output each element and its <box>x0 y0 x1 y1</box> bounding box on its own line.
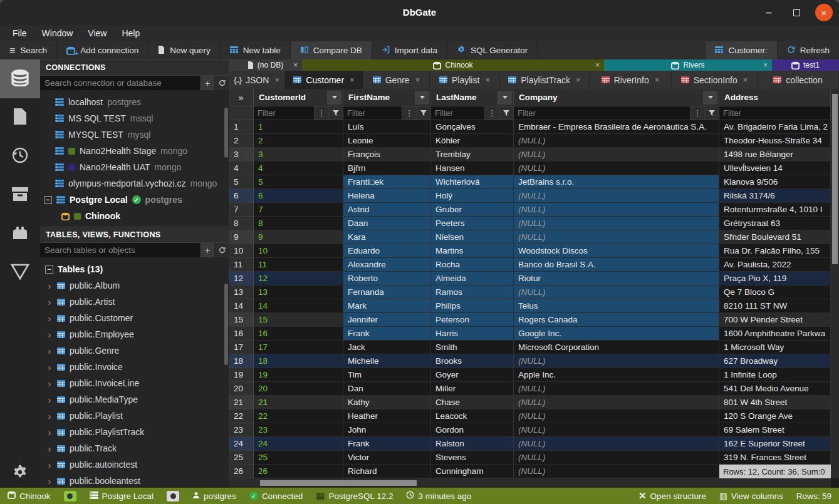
close-icon[interactable]: × <box>485 75 490 85</box>
grid-cell[interactable]: 12 <box>254 272 343 285</box>
filter-input[interactable] <box>254 106 314 120</box>
grid-cell[interactable]: Almeida <box>431 272 514 285</box>
row-number-cell[interactable]: 2 <box>229 134 254 148</box>
grid-cell[interactable]: Holý <box>431 189 514 203</box>
filter-menu-button[interactable]: ⋮ <box>690 106 704 120</box>
add-table-plus-button[interactable]: + <box>200 243 214 257</box>
collapse-icon[interactable]: − <box>44 196 52 204</box>
close-icon[interactable]: × <box>350 75 355 85</box>
row-number-cell[interactable]: 19 <box>229 368 254 382</box>
connections-search-input[interactable] <box>40 76 200 90</box>
row-number-cell[interactable]: 6 <box>229 189 254 203</box>
grid-cell[interactable]: Miller <box>431 382 514 396</box>
filter-menu-button[interactable]: ⋮ <box>484 106 499 120</box>
grid-cell[interactable]: 7 <box>254 203 343 217</box>
row-number-cell[interactable]: 4 <box>229 162 254 175</box>
filter-menu-button[interactable]: ⋮ <box>402 106 416 120</box>
column-menu-button[interactable] <box>703 91 717 105</box>
open-structure-button[interactable]: ✕ Open structure <box>638 490 706 501</box>
grid-cell[interactable]: 541 Del Medio Avenue <box>719 382 831 396</box>
grid-cell[interactable]: Jennifer <box>343 313 431 327</box>
grid-cell[interactable]: 120 S Orange Ave <box>719 409 831 423</box>
grid-cell[interactable]: (NULL) <box>514 465 719 478</box>
database-tab[interactable]: (no DB)× <box>229 59 302 71</box>
grid-cell[interactable]: 21 <box>254 396 343 409</box>
grid-cell[interactable]: Apple Inc. <box>514 368 719 382</box>
sidebar-scrollbar[interactable] <box>224 108 228 158</box>
row-number-cell[interactable]: 16 <box>229 327 254 341</box>
tab-riverinfo[interactable]: RiverInfo× <box>590 71 672 89</box>
grid-cell[interactable]: Dan <box>343 382 431 396</box>
connection-item[interactable]: Chinook <box>40 208 229 224</box>
tab-playlist[interactable]: Playlist× <box>430 71 500 89</box>
grid-cell[interactable]: Rua Dr. Falcão Filho, 155 <box>719 244 831 258</box>
refresh-connections-button[interactable] <box>214 76 229 90</box>
grid-cell[interactable]: Leonie <box>343 134 431 148</box>
grid-cell[interactable]: Theodor-Heuss-Straße 34 <box>719 134 831 148</box>
grid-cell[interactable]: Embraer - Empresa Brasileira de Aeronáut… <box>514 120 719 134</box>
rail-plugins-button[interactable] <box>0 215 40 254</box>
grid-cell[interactable]: 1 Microsoft Way <box>719 341 831 354</box>
grid-cell[interactable]: Martins <box>431 244 514 258</box>
new-query-button[interactable]: New query <box>149 41 221 59</box>
grid-cell[interactable]: (NULL) <box>514 396 719 409</box>
rail-filter-button[interactable] <box>0 254 40 292</box>
grid-cell[interactable]: Hansen <box>431 162 514 175</box>
tab-collection[interactable]: collection <box>758 71 839 89</box>
menu-file[interactable]: File <box>5 25 34 41</box>
close-icon[interactable]: × <box>576 75 581 85</box>
grid-cell[interactable]: Stevens <box>431 451 514 465</box>
grid-cell[interactable]: Ramos <box>431 285 514 299</box>
rail-history-button[interactable] <box>0 137 40 176</box>
grid-cell[interactable]: Alexandre <box>343 258 431 272</box>
grid-cell[interactable]: Av. Paulista, 2022 <box>719 258 831 272</box>
table-item[interactable]: ›public.Album <box>40 277 229 294</box>
grid-cell[interactable]: 5 <box>254 175 343 189</box>
row-number-cell[interactable]: 9 <box>229 230 254 244</box>
tables-scrollbar[interactable] <box>224 284 228 365</box>
funnel-icon[interactable] <box>704 106 719 120</box>
table-item[interactable]: ›public.Invoice <box>40 359 229 375</box>
funnel-icon[interactable] <box>499 106 513 120</box>
grid-cell[interactable]: Riotur <box>514 272 719 285</box>
chevron-right-icon[interactable]: › <box>46 476 53 486</box>
table-item[interactable]: ›public.InvoiceLine <box>40 375 229 391</box>
row-number-cell[interactable]: 7 <box>229 203 254 217</box>
filter-input[interactable] <box>514 106 690 120</box>
settings-button[interactable] <box>0 464 40 483</box>
table-item[interactable]: ›public.Playlist <box>40 408 229 424</box>
grid-cell[interactable]: 627 Broadway <box>719 354 831 368</box>
grid-cell[interactable]: Rotenturmstraße 4, 1010 I <box>719 203 831 217</box>
grid-cell[interactable]: Peeters <box>431 217 514 230</box>
grid-cell[interactable]: Grétrystraat 63 <box>719 217 831 230</box>
connection-item[interactable]: Nano2Health UATmongo <box>40 159 229 175</box>
grid-cell[interactable]: (NULL) <box>514 230 719 244</box>
grid-cell[interactable]: (NULL) <box>514 451 719 465</box>
filter-menu-button[interactable]: ⋮ <box>314 106 328 120</box>
grid-cell[interactable]: Chase <box>431 396 514 409</box>
row-number-cell[interactable]: 15 <box>229 313 254 327</box>
grid-cell[interactable]: Smith <box>431 341 514 354</box>
chevron-right-icon[interactable]: › <box>46 460 53 470</box>
maximize-button[interactable] <box>788 4 805 21</box>
chevron-right-icon[interactable]: › <box>46 427 53 438</box>
grid-cell[interactable]: Gruber <box>431 203 514 217</box>
grid-cell[interactable]: François <box>343 148 431 162</box>
tab-playlisttrack[interactable]: PlaylistTrack× <box>500 71 590 89</box>
database-tab[interactable]: Chinook× <box>302 59 604 71</box>
chevron-right-icon[interactable]: › <box>46 329 53 340</box>
grid-cell[interactable]: (NULL) <box>514 437 719 451</box>
grid-cell[interactable]: Cunningham <box>431 465 514 478</box>
grid-cell[interactable]: 9 <box>254 230 343 244</box>
grid-cell[interactable]: Woodstock Discos <box>514 244 719 258</box>
filter-input[interactable] <box>719 106 830 120</box>
grid-cell[interactable]: Gonçalves <box>431 120 514 134</box>
grid-cell[interactable]: Praça Pio X, 119 <box>719 272 831 285</box>
row-number-cell[interactable]: 21 <box>229 396 254 409</box>
grid-cell[interactable]: Tremblay <box>431 148 514 162</box>
table-item[interactable]: ›public.autoinctest <box>40 456 229 473</box>
grid-cell[interactable]: Tim <box>343 368 431 382</box>
table-item[interactable]: ›public.Genre <box>40 342 229 359</box>
grid-cell[interactable]: 25 <box>254 451 343 465</box>
chevron-right-icon[interactable]: › <box>46 362 53 373</box>
